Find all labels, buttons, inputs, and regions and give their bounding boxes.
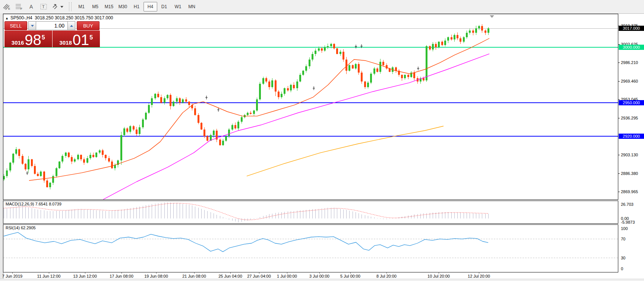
price-axis-tick [618,99,620,100]
toolbar-separator [69,2,72,11]
tab-timeframe-d1[interactable]: D1 [157,2,171,12]
time-axis-tick [259,272,259,274]
tab-timeframe-w1[interactable]: W1 [171,2,185,12]
time-axis-label: 27 Jun 04:00 [247,274,271,278]
time-axis-tick [319,272,320,274]
time-axis-label: 21 Jun 08:00 [182,274,206,278]
time-axis-tick [194,272,195,274]
sell-price-pip: 5 [42,35,45,40]
time-axis-tick [230,272,231,274]
time-axis-tick [156,272,157,274]
time-axis-label: 5 Jul 00:00 [340,274,360,278]
time-axis-tick [85,272,85,274]
macd-axis-max: 26.703 [621,202,643,207]
time-axis-tick [12,272,13,274]
time-axis-label: 25 Jun 04:00 [218,274,242,278]
rsi-axis-label: 0 [621,266,643,271]
rsi-label: RSI(14) 62.2905 [6,226,36,230]
price-axis-tick [618,173,620,174]
macd-label: MACD(12,26,9) 7.6541 8.0739 [6,202,61,206]
tab-timeframe-mn[interactable]: MN [185,2,199,12]
macd-axis-min: -5.9873 [621,220,643,225]
tab-timeframe-h1[interactable]: H1 [130,2,143,12]
tab-timeframe-h4[interactable]: H4 [143,2,157,12]
time-axis-label: 13 Jun 12:00 [73,274,97,278]
rsi-axis-label: 100 [621,226,643,231]
volume-decrease-button[interactable] [28,21,36,30]
time-axis-label: 1 Jul 00:00 [277,274,297,278]
buy-button[interactable]: BUY [77,21,100,30]
svg-text:E: E [8,7,10,10]
one-click-trade-panel: SELL 1.00 BUY 3016 98 5 3018 01 5 [4,21,100,47]
toolbar: E F A T [0,0,644,14]
price-axis-tick [618,81,620,82]
rsi-panel[interactable]: RSI(14) 62.2905 [3,224,618,272]
hline-price-box: 3000.000 [619,45,644,50]
time-axis-label: 8 Jul 20:00 [376,274,397,278]
price-axis-label: 2969.460 [621,79,643,84]
time-axis-tick [121,272,122,274]
grid-f-icon[interactable]: F [13,2,25,12]
arrows-dropdown-icon[interactable] [50,2,65,12]
time-axis-tick [439,272,439,274]
crosshair-e-icon[interactable]: E [1,2,12,12]
volume-increase-button[interactable] [67,21,75,30]
time-axis-tick [287,272,287,274]
sell-button[interactable]: SELL [4,21,27,30]
rsi-canvas[interactable] [3,225,618,272]
tab-timeframe-m15[interactable]: M15 [102,2,116,12]
sell-price-display[interactable]: 3016 98 5 [4,31,52,47]
price-axis-label: 2936.295 [621,115,643,121]
price-axis-tick [618,192,620,192]
time-axis-label: 11 Jun 12:00 [37,274,61,278]
price-axis-label: 2869.965 [621,189,643,194]
sell-price-big: 98 [25,33,41,46]
time-axis-tick [49,272,49,274]
price-axis-label: 2903.130 [621,152,643,157]
collapse-triangle-icon[interactable]: ▲ [5,16,9,20]
svg-text:F: F [20,7,22,10]
buy-price-big: 01 [73,33,89,46]
window-bottom-edge [0,279,644,281]
time-axis-label: 10 Jul 20:00 [427,274,450,278]
time-axis-tick [479,272,479,274]
arrow-down-icon [31,25,34,27]
hline-price-box: 2920.000 [619,134,644,139]
time-axis-tick [386,272,387,274]
current-price-box: 3017.000 [619,26,644,31]
symbol-period-label: SP500-,H4 [10,15,32,20]
svg-text:T: T [42,4,45,9]
macd-canvas[interactable] [3,201,618,223]
last-bar-marker-icon [490,15,494,18]
tab-timeframe-m1[interactable]: M1 [75,2,88,12]
svg-text:A: A [29,4,33,10]
hline-price-box: 2950.000 [619,100,644,105]
sell-price-handle: 3016 [12,39,24,46]
rsi-axis-label: 30 [621,255,643,261]
price-axis-label: 2886.380 [621,171,643,176]
time-axis-label: 17 Jun 08:00 [110,274,133,278]
tab-timeframe-m5[interactable]: M5 [88,2,102,12]
tab-timeframe-m30[interactable]: M30 [116,2,130,12]
ohlc-quote-label: 3018.250 3018.250 3015.750 3017.000 [35,15,113,20]
time-axis-tick [350,272,351,274]
buy-price-handle: 3018 [59,39,72,46]
time-axis-label: 19 Jun 08:00 [144,274,168,278]
label-t-icon[interactable]: T [38,2,49,12]
arrow-up-icon [70,25,73,27]
volume-input[interactable]: 1.00 [36,21,67,30]
chart-title: ▲SP500-,H4 3018.250 3018.250 3015.750 30… [5,15,113,20]
time-axis-label: 7 Jun 2019 [2,274,22,278]
price-axis-tick [618,118,620,118]
buy-price-pip: 5 [89,35,93,40]
mt4-window: E F A T [0,0,644,281]
time-axis-label: 3 Jul 00:00 [309,274,329,278]
rsi-axis-label: 70 [621,236,643,242]
price-axis-label: 2986.210 [621,60,643,65]
time-axis-label: 12 Jul 20:00 [468,274,490,278]
macd-panel[interactable]: MACD(12,26,9) 7.6541 8.0739 [3,201,618,224]
text-a-icon[interactable]: A [26,2,37,12]
buy-price-display[interactable]: 3018 01 5 [53,31,100,47]
price-axis-tick [618,63,620,63]
price-axis-tick [618,155,620,155]
